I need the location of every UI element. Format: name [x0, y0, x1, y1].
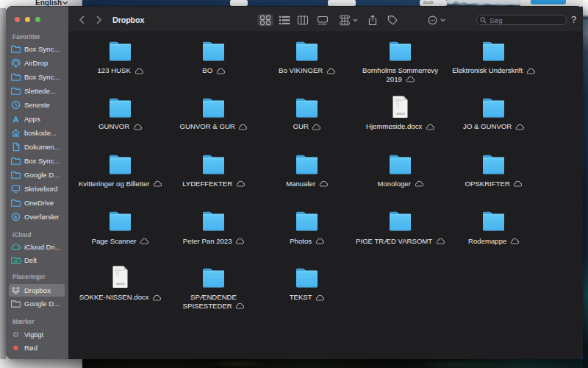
svg-text:DOCX: DOCX [396, 112, 405, 116]
svg-text:DOCX: DOCX [116, 282, 125, 286]
